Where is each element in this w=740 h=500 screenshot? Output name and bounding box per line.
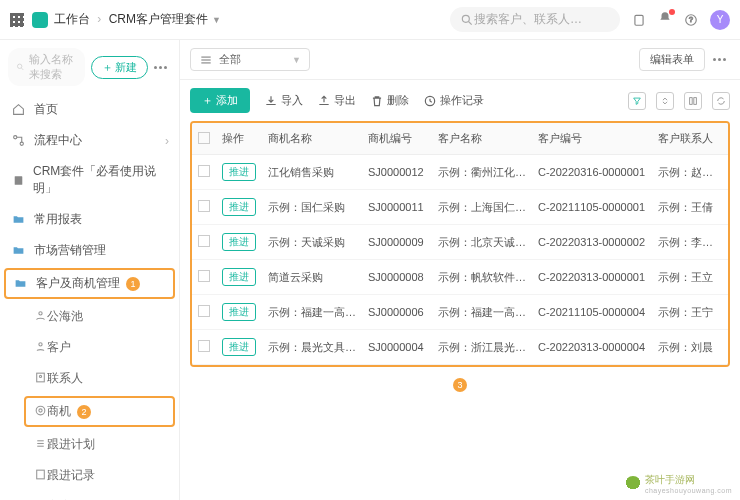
- refresh-button[interactable]: [712, 92, 730, 110]
- sidebar-child-pool[interactable]: 公海池: [0, 301, 179, 332]
- refresh-icon: [716, 96, 726, 106]
- badge-1-icon: 1: [126, 277, 140, 291]
- suite-dropdown[interactable]: CRM客户管理套件▼: [109, 12, 221, 26]
- note-icon: [34, 468, 47, 481]
- sidebar-search-input[interactable]: 输入名称来搜索: [8, 48, 85, 86]
- folder-icon: [12, 244, 25, 257]
- filter-button[interactable]: [628, 92, 646, 110]
- folder-icon: [12, 213, 25, 226]
- row-checkbox[interactable]: [198, 200, 210, 212]
- upload-icon: [317, 94, 331, 108]
- svg-line-1: [469, 21, 472, 24]
- global-search-input[interactable]: 搜索客户、联系人…: [450, 7, 620, 32]
- sidebar: 输入名称来搜索 ＋新建 首页 流程中心 CRM套件「必看使用说明」 常用报表 市…: [0, 40, 180, 500]
- view-select[interactable]: 全部 ▼: [190, 48, 310, 71]
- cell-opp-name: 示例：晨光文具设备…: [262, 330, 362, 365]
- sidebar-item-reports[interactable]: 常用报表: [0, 204, 179, 235]
- delete-button[interactable]: 删除: [370, 93, 409, 108]
- search-icon: [460, 13, 474, 27]
- cell-cust-code: C-20211105-0000001: [532, 190, 652, 225]
- progress-button[interactable]: 推进: [222, 163, 256, 181]
- svg-rect-9: [15, 176, 23, 185]
- clipboard-icon[interactable]: [632, 13, 646, 27]
- sidebar-item-marketing[interactable]: 市场营销管理: [0, 235, 179, 266]
- svg-point-14: [36, 406, 45, 415]
- progress-button[interactable]: 推进: [222, 303, 256, 321]
- sidebar-item-crm-guide[interactable]: CRM套件「必看使用说明」: [0, 156, 179, 204]
- row-checkbox[interactable]: [198, 235, 210, 247]
- cell-cust-name: 示例：衢州江化集团: [432, 155, 532, 190]
- sort-icon: [660, 96, 670, 106]
- home-icon: [12, 103, 25, 116]
- sidebar-item-home[interactable]: 首页: [0, 94, 179, 125]
- cell-cust-code: C-20220316-0000001: [532, 155, 652, 190]
- table-row[interactable]: 推进示例：福建一高3月订单SJ0000006示例：福建一高集团C-2021110…: [192, 295, 728, 330]
- sidebar-child-plan[interactable]: 跟进计划: [0, 429, 179, 460]
- row-checkbox[interactable]: [198, 165, 210, 177]
- cell-contact: 示例：王立: [652, 260, 728, 295]
- search-icon: [16, 60, 25, 74]
- table-row[interactable]: 推进江化销售采购SJ0000012示例：衢州江化集团C-20220316-000…: [192, 155, 728, 190]
- svg-rect-2: [635, 15, 643, 25]
- trash-icon: [370, 94, 384, 108]
- sidebar-child-contact[interactable]: 联系人: [0, 363, 179, 394]
- import-button[interactable]: 导入: [264, 93, 303, 108]
- table-row[interactable]: 推进示例：天诚采购SJ0000009示例：北京天诚软件…C-20220313-0…: [192, 225, 728, 260]
- contact-icon: [34, 371, 47, 384]
- top-bar: 工作台 › CRM客户管理套件▼ 搜索客户、联系人… ? Y: [0, 0, 740, 40]
- brand-logo-icon: [32, 12, 48, 28]
- svg-point-15: [39, 408, 42, 411]
- workspace-link[interactable]: 工作台: [54, 12, 90, 26]
- cell-cust-name: 示例：北京天诚软件…: [432, 225, 532, 260]
- select-all-checkbox[interactable]: [198, 132, 210, 144]
- cell-contact: 示例：王倩: [652, 190, 728, 225]
- add-button[interactable]: ＋添加: [190, 88, 250, 113]
- cell-cust-code: C-20220313-0000002: [532, 225, 652, 260]
- user-icon: [34, 340, 47, 353]
- row-checkbox[interactable]: [198, 270, 210, 282]
- sidebar-child-followup[interactable]: 跟进记录: [0, 460, 179, 491]
- view-more-icon[interactable]: [713, 58, 726, 61]
- sidebar-item-process[interactable]: 流程中心: [0, 125, 179, 156]
- cell-opp-name: 示例：国仁采购: [262, 190, 362, 225]
- cell-opp-name: 简道云采购: [262, 260, 362, 295]
- target-icon: [34, 404, 47, 417]
- main-panel: 全部 ▼ 编辑表单 ＋添加 导入 导出 删除 操作记录: [180, 40, 740, 500]
- list-view-icon: [199, 53, 213, 67]
- cell-cust-name: 示例：帆软软件有限公司: [432, 260, 532, 295]
- edit-form-button[interactable]: 编辑表单: [639, 48, 705, 71]
- new-button[interactable]: ＋新建: [91, 56, 148, 79]
- sidebar-more-icon[interactable]: [154, 66, 167, 69]
- sidebar-child-opportunity[interactable]: 商机2: [24, 396, 175, 427]
- help-icon[interactable]: ?: [684, 13, 698, 27]
- col-opp-name: 商机名称: [262, 123, 362, 155]
- table-row[interactable]: 推进示例：晨光文具设备…SJ0000004示例：浙江晨光文具…C-2022031…: [192, 330, 728, 365]
- row-checkbox[interactable]: [198, 340, 210, 352]
- table-row[interactable]: 推进简道云采购SJ0000008示例：帆软软件有限公司C-20220313-00…: [192, 260, 728, 295]
- badge-3-icon: 3: [453, 378, 467, 392]
- watermark-icon: [625, 476, 641, 492]
- svg-point-0: [462, 15, 469, 22]
- col-cust-name: 客户名称: [432, 123, 532, 155]
- svg-point-13: [39, 375, 41, 377]
- apps-grid-icon[interactable]: [10, 13, 24, 27]
- watermark: 茶叶手游网chayeshouyouwang.com: [625, 473, 732, 494]
- table-row[interactable]: 推进示例：国仁采购SJ0000011示例：上海国仁有限…C-20211105-0…: [192, 190, 728, 225]
- progress-button[interactable]: 推进: [222, 338, 256, 356]
- sidebar-child-customer[interactable]: 客户: [0, 332, 179, 363]
- oplog-button[interactable]: 操作记录: [423, 93, 484, 108]
- progress-button[interactable]: 推进: [222, 198, 256, 216]
- notifications-button[interactable]: [658, 11, 672, 28]
- cell-opp-code: SJ0000006: [362, 295, 432, 330]
- avatar[interactable]: Y: [710, 10, 730, 30]
- expand-button[interactable]: [656, 92, 674, 110]
- svg-point-5: [17, 64, 21, 68]
- sidebar-item-customers[interactable]: 客户及商机管理1: [4, 268, 175, 299]
- export-button[interactable]: 导出: [317, 93, 356, 108]
- sidebar-child-cust-analysis[interactable]: 客户分析: [0, 491, 179, 500]
- progress-button[interactable]: 推进: [222, 268, 256, 286]
- columns-button[interactable]: [684, 92, 702, 110]
- row-checkbox[interactable]: [198, 305, 210, 317]
- progress-button[interactable]: 推进: [222, 233, 256, 251]
- cell-opp-name: 江化销售采购: [262, 155, 362, 190]
